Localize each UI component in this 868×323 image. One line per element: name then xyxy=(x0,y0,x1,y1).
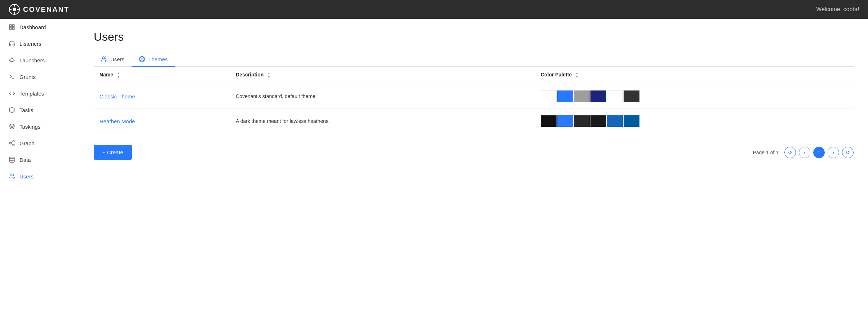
home-icon xyxy=(9,24,15,30)
sidebar-item-templates[interactable]: Templates xyxy=(0,85,79,102)
sidebar-item-taskings[interactable]: Taskings xyxy=(0,118,79,135)
palette-swatch xyxy=(607,90,623,102)
themes-table: Name ▲▼ Description ▲▼ Color Palette ▲▼ xyxy=(94,67,854,133)
sidebar-item-dashboard[interactable]: Dashboard xyxy=(0,19,79,35)
tab-users-icon xyxy=(101,56,107,62)
page-number-button[interactable]: 1 xyxy=(813,147,825,158)
svg-point-19 xyxy=(102,57,105,59)
topbar: COVENANT Welcome, cobbr! xyxy=(0,0,868,19)
palette-swatch xyxy=(557,115,573,127)
classic-palette xyxy=(535,84,854,109)
last-page-button[interactable]: ↺ xyxy=(842,147,854,158)
svg-line-23 xyxy=(143,60,144,61)
palette-swatch xyxy=(574,90,590,102)
palette-swatch xyxy=(590,90,606,102)
sort-name-icons[interactable]: ▲▼ xyxy=(117,72,120,79)
create-button[interactable]: + Create xyxy=(94,145,132,160)
first-page-button[interactable]: ↺ xyxy=(784,147,796,158)
svg-point-17 xyxy=(9,157,14,159)
col-palette: Color Palette ▲▼ xyxy=(535,67,854,84)
svg-point-12 xyxy=(13,141,14,142)
svg-line-16 xyxy=(11,142,13,143)
sort-desc-icons[interactable]: ▲▼ xyxy=(267,72,270,79)
sidebar: Dashboard Listeners Launchers Grunts Tem… xyxy=(0,19,79,323)
sidebar-item-grunts[interactable]: Grunts xyxy=(0,68,79,85)
sidebar-label-launchers: Launchers xyxy=(19,57,45,63)
classic-theme-link[interactable]: Classic Theme xyxy=(99,93,135,99)
sidebar-label-grunts: Grunts xyxy=(19,74,36,80)
headphones-icon xyxy=(9,40,15,47)
sidebar-label-taskings: Taskings xyxy=(19,124,40,130)
heathen-palette xyxy=(535,109,854,134)
tab-users-label: Users xyxy=(110,56,124,62)
sidebar-label-dashboard: Dashboard xyxy=(19,24,46,30)
page-title: Users xyxy=(94,30,854,44)
sidebar-label-users: Users xyxy=(19,173,34,180)
sidebar-item-launchers[interactable]: Launchers xyxy=(0,52,79,68)
heathen-desc: A dark theme meant for lawless heathens. xyxy=(230,109,535,134)
code-icon xyxy=(9,90,15,97)
sidebar-label-graph: Graph xyxy=(19,140,35,146)
sidebar-label-listeners: Listeners xyxy=(19,41,41,47)
logo-icon xyxy=(9,4,20,15)
svg-point-18 xyxy=(10,174,12,176)
palette-swatch xyxy=(541,115,557,127)
svg-rect-8 xyxy=(13,28,14,30)
bottom-row: + Create Page 1 of 1 ↺ ‹ 1 › ↺ xyxy=(94,142,854,160)
palette-swatch xyxy=(607,115,623,127)
sidebar-item-data[interactable]: Data xyxy=(0,151,79,168)
svg-rect-7 xyxy=(13,25,14,26)
prev-page-button[interactable]: ‹ xyxy=(799,147,810,158)
sidebar-item-listeners[interactable]: Listeners xyxy=(0,35,79,52)
svg-point-21 xyxy=(141,58,143,60)
svg-point-1 xyxy=(13,8,16,11)
svg-line-25 xyxy=(143,57,144,58)
main-content: Users Users Themes Name ▲▼ xyxy=(79,19,868,323)
svg-line-15 xyxy=(11,143,13,145)
next-page-button[interactable]: › xyxy=(828,147,839,158)
graph-icon xyxy=(9,140,15,146)
svg-rect-6 xyxy=(9,25,11,26)
tabs-container: Users Themes xyxy=(94,52,854,67)
pagination: Page 1 of 1 ↺ ‹ 1 › ↺ xyxy=(753,147,854,158)
tab-themes-icon xyxy=(139,56,145,62)
palette-swatch xyxy=(624,90,639,102)
sort-palette-icons[interactable]: ▲▼ xyxy=(575,72,579,79)
col-description: Description ▲▼ xyxy=(230,67,535,84)
table-row: Heathen Mode A dark theme meant for lawl… xyxy=(94,109,854,134)
palette-swatch xyxy=(557,90,573,102)
svg-point-14 xyxy=(13,144,14,146)
svg-point-13 xyxy=(9,142,11,144)
tab-users[interactable]: Users xyxy=(94,52,132,67)
sidebar-item-users[interactable]: Users xyxy=(0,168,79,185)
layers-icon xyxy=(9,123,15,130)
tab-themes[interactable]: Themes xyxy=(132,52,175,67)
pagination-info: Page 1 of 1 xyxy=(753,150,779,155)
sidebar-item-tasks[interactable]: Tasks xyxy=(0,102,79,118)
welcome-text: Welcome, cobbr! xyxy=(816,6,859,13)
heathen-mode-link[interactable]: Heathen Mode xyxy=(99,118,135,124)
users-icon xyxy=(9,173,15,180)
svg-rect-9 xyxy=(9,28,11,30)
rocket-icon xyxy=(9,57,15,63)
svg-line-22 xyxy=(140,57,141,58)
svg-line-26 xyxy=(140,60,141,61)
palette-swatch xyxy=(574,115,590,127)
table-row: Classic Theme Covenant's standard, defau… xyxy=(94,84,854,109)
sidebar-label-tasks: Tasks xyxy=(19,107,33,113)
terminal-icon xyxy=(9,74,15,80)
sidebar-label-data: Data xyxy=(19,157,31,163)
sidebar-item-graph[interactable]: Graph xyxy=(0,135,79,151)
palette-swatch xyxy=(624,115,639,127)
box-icon xyxy=(9,107,15,113)
palette-swatch xyxy=(590,115,606,127)
logo: COVENANT xyxy=(9,4,69,15)
database-icon xyxy=(9,156,15,163)
classic-desc: Covenant's standard, default theme. xyxy=(230,84,535,109)
tab-themes-label: Themes xyxy=(148,56,168,62)
logo-text: COVENANT xyxy=(23,5,69,14)
sidebar-label-templates: Templates xyxy=(19,90,44,97)
svg-marker-11 xyxy=(9,124,15,127)
col-name: Name ▲▼ xyxy=(94,67,230,84)
palette-swatch xyxy=(541,90,557,102)
